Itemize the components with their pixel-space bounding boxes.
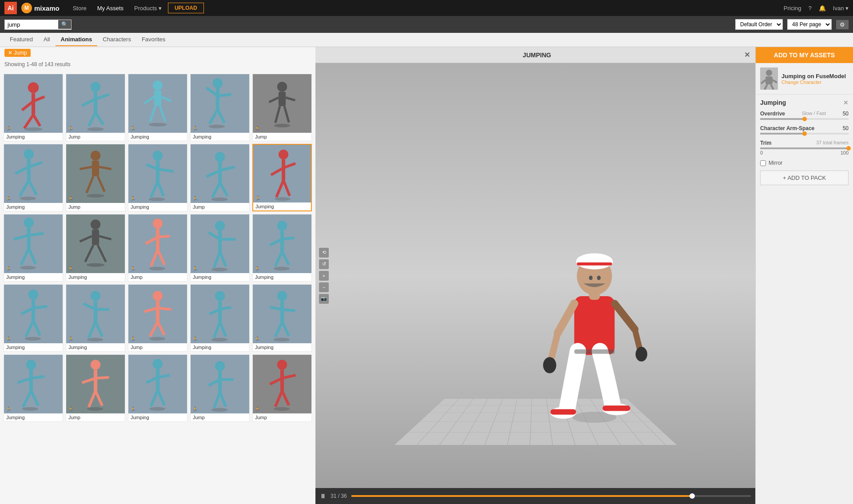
svg-point-25 [213,78,223,88]
anim-close-button[interactable]: ✕ [843,99,849,106]
tab-featured[interactable]: Featured [4,33,38,46]
tab-all[interactable]: All [38,33,55,46]
grid-label-4: Jumping [191,133,249,141]
zoom-in-button[interactable]: + [319,271,329,281]
grid-item-3[interactable]: 🏃 Jumping [128,74,187,141]
pricing-link[interactable]: Pricing [784,5,801,12]
grid-item-15[interactable]: 🏃 Jumping [252,214,312,282]
grid-thumb-18: 🏃 [128,285,187,343]
grid-label-5: Jump [253,133,311,141]
grid-item-20[interactable]: 🏃 Jumping [252,284,312,352]
character-name: Jumping on FuseModel [781,73,846,79]
grid-item-12[interactable]: 🏃 Jumping [66,214,125,282]
pause-button[interactable]: ⏸ [320,492,326,500]
add-to-pack-button[interactable]: + ADD TO PACK [760,171,849,185]
grid-item-5[interactable]: 🏃 Jump [252,74,312,141]
grid-label-2: Jump [66,133,125,141]
grid-item-23[interactable]: 🏃 Jumping [128,354,187,422]
grid-item-10[interactable]: 🏃 Jumping [252,144,312,211]
grid-label-22: Jump [66,413,125,421]
svg-rect-222 [765,76,773,84]
grid-item-6[interactable]: 🏃 Jumping [4,144,63,211]
svg-point-103 [149,267,166,270]
overdrive-slider[interactable] [760,118,849,120]
notifications-icon[interactable]: 🔔 [819,5,826,12]
grid-thumb-20: 🏃 [253,285,311,343]
grid-item-9[interactable]: 🏃 Jump [190,144,250,211]
stick-icon-21: 🏃 [6,407,11,412]
viewer-controls: ⟲ ↺ + − 📷 [319,248,329,304]
grid-item-19[interactable]: 🏃 Jumping [190,284,250,352]
camera-button[interactable]: 📷 [319,294,329,304]
svg-point-33 [277,82,287,91]
search-input[interactable] [5,20,58,29]
help-icon[interactable]: ? [809,5,812,12]
grid-item-13[interactable]: 🏃 Jump [128,214,187,282]
filter-tag[interactable]: ✕ Jump [4,49,31,57]
tab-characters[interactable]: Characters [97,33,136,46]
grid-item-24[interactable]: 🏃 Jump [190,354,250,422]
grid-thumb-5: 🏃 [253,74,311,133]
grid-thumb-14: 🏃 [191,214,249,273]
svg-point-129 [91,291,100,301]
reset-view-button[interactable]: ⟲ [319,248,329,258]
stick-icon-10: 🏃 [255,196,260,201]
mirror-checkbox[interactable] [760,160,766,166]
svg-rect-34 [279,92,286,106]
nav-products[interactable]: Products ▾ [130,3,166,13]
svg-point-151 [211,338,228,341]
grid-item-7[interactable]: 🏃 Jump [66,144,125,211]
animation-settings: Jumping ✕ Overdrive Slow / Fast 50 Chara… [756,95,853,504]
grid-item-18[interactable]: 🏃 Jump [128,284,187,352]
grid-item-16[interactable]: 🏃 Jumping [4,284,63,352]
search-bar: 🔍 Default Order 48 Per page ⚙ [0,16,853,33]
trim-slider[interactable] [760,147,849,149]
stick-icon-3: 🏃 [130,126,136,131]
arm-space-slider[interactable] [760,133,849,135]
grid-item-11[interactable]: 🏃 Jumping [4,214,63,282]
svg-point-1 [28,82,39,93]
viewer-close-button[interactable]: ✕ [744,51,750,59]
trim-fill [760,147,849,149]
animation-grid: 🏃 Jumping 🏃 [0,70,315,425]
svg-rect-219 [574,349,615,354]
rotate-left-button[interactable]: ↺ [319,259,329,269]
svg-line-156 [282,310,295,311]
tab-favorites[interactable]: Favorites [136,33,171,46]
grid-item-22[interactable]: 🏃 Jump [66,354,125,422]
grid-item-1[interactable]: 🏃 Jumping [4,74,63,141]
order-select[interactable]: Default Order [735,19,783,30]
user-menu[interactable]: Ivan ▾ [833,5,849,12]
per-page-select[interactable]: 48 Per page [787,19,832,30]
grid-item-25[interactable]: 🏃 Jump [252,354,312,422]
grid-item-4[interactable]: 🏃 Jumping [190,74,250,141]
zoom-out-button[interactable]: − [319,282,329,292]
nav-my-assets[interactable]: My Assets [93,3,128,13]
stick-icon-14: 🏃 [192,266,198,271]
svg-point-79 [275,197,291,201]
stick-icon-22: 🏃 [68,407,73,412]
nav-store[interactable]: Store [68,3,91,13]
adobe-logo[interactable]: Ai [4,2,17,14]
grid-label-3: Jumping [128,133,187,141]
progress-fill [351,495,695,497]
add-to-my-assets-button[interactable]: ADD TO MY ASSETS [756,47,853,63]
svg-line-172 [96,377,109,378]
grid-label-23: Jumping [128,413,187,421]
svg-point-145 [215,291,225,301]
grid-item-14[interactable]: 🏃 Jumping [190,214,250,282]
grid-item-2[interactable]: 🏃 Jump [66,74,125,141]
svg-point-49 [91,151,100,160]
grid-item-8[interactable]: 🏃 Jumping [128,144,187,211]
upload-button[interactable]: UPLOAD [168,3,204,13]
progress-track[interactable] [351,495,751,497]
search-button[interactable]: 🔍 [58,20,71,29]
grid-item-17[interactable]: 🏃 Jumping [66,284,125,352]
settings-button[interactable]: ⚙ [836,20,849,29]
svg-rect-90 [92,230,99,246]
grid-item-21[interactable]: 🏃 Jumping [4,354,63,422]
viewer-panel: JUMPING ✕ [315,47,755,504]
change-character-link[interactable]: Change Character [781,79,846,85]
trim-min-value: 0 [760,150,763,155]
tab-animations[interactable]: Animations [56,33,98,46]
